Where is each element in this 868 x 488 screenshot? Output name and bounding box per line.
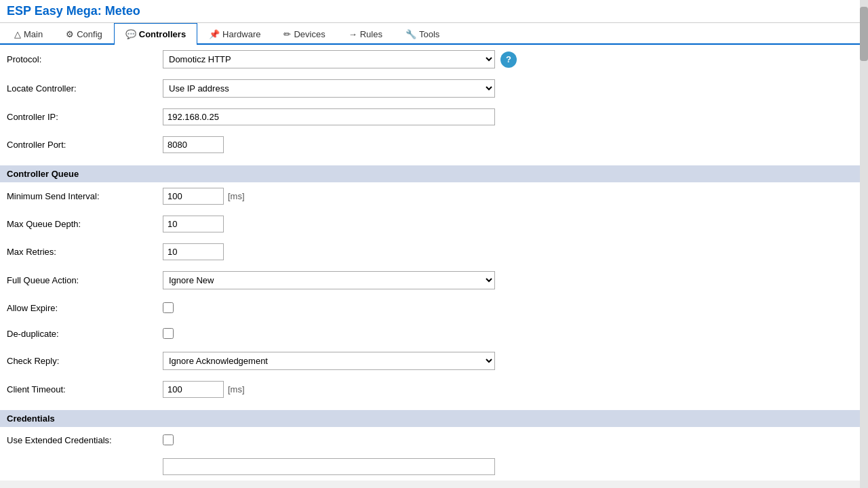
- controller-port-row: Controller Port:: [0, 131, 868, 159]
- use-extended-credentials-label: Use Extended Credentials:: [7, 435, 163, 445]
- nav-label-tools: Tools: [419, 29, 439, 39]
- locate-controller-row: Locate Controller: Use IP address Use mD…: [0, 74, 868, 103]
- protocol-select[interactable]: Domoticz HTTP Domoticz MQTT HTTP MQTT: [163, 50, 495, 68]
- nav-item-rules[interactable]: → Rules: [337, 23, 394, 45]
- nav-item-main[interactable]: △ Main: [3, 23, 54, 45]
- extra-field-row: [0, 453, 868, 481]
- main-icon: △: [14, 29, 21, 39]
- client-timeout-label: Client Timeout:: [7, 384, 163, 394]
- protocol-label: Protocol:: [7, 54, 163, 64]
- max-queue-depth-label: Max Queue Depth:: [7, 219, 163, 229]
- nav-bar: △ Main ⚙ Config 💬 Controllers 📌 Hardware…: [0, 23, 868, 45]
- deduplicate-checkbox[interactable]: [163, 328, 174, 339]
- nav-label-rules: Rules: [360, 29, 382, 39]
- nav-item-devices[interactable]: ✏ Devices: [272, 23, 336, 45]
- max-retries-input[interactable]: [163, 243, 224, 260]
- max-queue-depth-row: Max Queue Depth:: [0, 210, 868, 238]
- nav-label-config: Config: [77, 29, 102, 39]
- controller-ip-row: Controller IP:: [0, 103, 868, 131]
- nav-label-hardware: Hardware: [222, 29, 260, 39]
- use-extended-credentials-row: Use Extended Credentials:: [0, 427, 868, 453]
- allow-expire-checkbox[interactable]: [163, 302, 174, 313]
- credentials-title: Credentials: [7, 413, 55, 424]
- controller-queue-section: Controller Queue: [0, 165, 868, 182]
- nav-item-config[interactable]: ⚙ Config: [54, 23, 114, 45]
- nav-item-tools[interactable]: 🔧 Tools: [394, 23, 451, 45]
- client-timeout-unit: [ms]: [228, 384, 245, 394]
- allow-expire-label: Allow Expire:: [7, 303, 163, 313]
- tools-icon: 🔧: [406, 29, 416, 39]
- nav-label-main: Main: [24, 29, 43, 39]
- protocol-row: Protocol: Domoticz HTTP Domoticz MQTT HT…: [0, 45, 868, 74]
- top-bar: ESP Easy Mega: Meteo: [0, 0, 868, 23]
- main-content: Protocol: Domoticz HTTP Domoticz MQTT HT…: [0, 45, 868, 481]
- hardware-icon: 📌: [209, 29, 220, 39]
- locate-controller-select[interactable]: Use IP address Use mDNS Use hostname: [163, 79, 495, 98]
- client-timeout-row: Client Timeout: [ms]: [0, 375, 868, 403]
- full-queue-action-label: Full Queue Action:: [7, 275, 163, 285]
- deduplicate-row: De-duplicate:: [0, 321, 868, 346]
- check-reply-row: Check Reply: Ignore Acknowledgement Chec…: [0, 346, 868, 375]
- client-timeout-input[interactable]: [163, 381, 224, 398]
- locate-controller-label: Locate Controller:: [7, 83, 163, 94]
- controller-port-input[interactable]: [163, 136, 224, 153]
- controller-port-label: Controller Port:: [7, 140, 163, 150]
- max-retries-label: Max Retries:: [7, 247, 163, 257]
- deduplicate-label: De-duplicate:: [7, 329, 163, 339]
- nav-item-controllers[interactable]: 💬 Controllers: [114, 23, 197, 45]
- min-send-interval-row: Minimum Send Interval: [ms]: [0, 182, 868, 210]
- controller-ip-label: Controller IP:: [7, 112, 163, 122]
- nav-item-hardware[interactable]: 📌 Hardware: [197, 23, 272, 45]
- min-send-interval-label: Minimum Send Interval:: [7, 191, 163, 201]
- devices-icon: ✏: [283, 29, 291, 39]
- allow-expire-row: Allow Expire:: [0, 295, 868, 321]
- full-queue-action-select[interactable]: Ignore New Delete Oldest: [163, 271, 495, 289]
- full-queue-action-row: Full Queue Action: Ignore New Delete Old…: [0, 266, 868, 295]
- config-icon: ⚙: [66, 29, 74, 39]
- extra-field-input[interactable]: [163, 458, 495, 475]
- app-title: ESP Easy Mega: Meteo: [7, 4, 140, 18]
- max-queue-depth-input[interactable]: [163, 216, 224, 232]
- check-reply-select[interactable]: Ignore Acknowledgement Check Acknowledge…: [163, 352, 495, 370]
- min-send-interval-input[interactable]: [163, 188, 224, 205]
- nav-label-controllers: Controllers: [139, 29, 186, 39]
- min-send-interval-unit: [ms]: [228, 191, 245, 201]
- controllers-icon: 💬: [125, 29, 136, 39]
- nav-label-devices: Devices: [294, 29, 325, 39]
- protocol-help-button[interactable]: ?: [500, 52, 517, 68]
- controller-ip-input[interactable]: [163, 108, 495, 125]
- credentials-section: Credentials: [0, 410, 868, 427]
- rules-icon: →: [349, 29, 357, 39]
- check-reply-label: Check Reply:: [7, 356, 163, 366]
- use-extended-credentials-checkbox[interactable]: [163, 434, 174, 445]
- max-retries-row: Max Retries:: [0, 238, 868, 266]
- controller-queue-title: Controller Queue: [7, 169, 79, 179]
